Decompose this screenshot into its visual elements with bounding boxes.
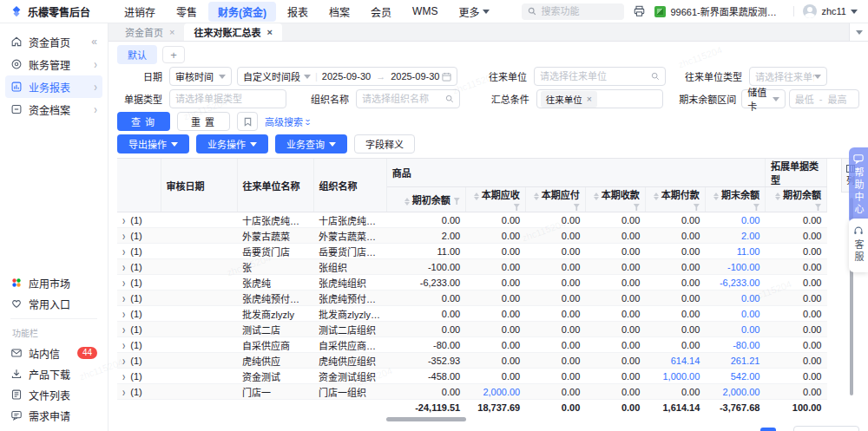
balance-max-field[interactable]: 最高 [827,92,846,106]
expand-row-icon[interactable]: › [122,291,125,304]
toolbar-button-业务查询[interactable]: 业务查询 [275,134,347,153]
query-button[interactable]: 查询 [117,112,170,131]
sidebar-item-应用市场[interactable]: 应用市场 [5,272,102,293]
drilldown-link[interactable]: -6,233.00 [720,278,760,288]
drilldown-link[interactable]: 0.00 [741,309,760,319]
column-header-本期付款[interactable]: 本期付款 [645,187,705,212]
column-header-期初余额[interactable]: 期初余额 [765,187,826,212]
nav-item-WMS[interactable]: WMS [403,3,447,20]
collapse-sidebar-icon[interactable]: « [91,36,97,48]
drilldown-link[interactable]: 0.00 [741,293,760,304]
sidebar-item-资金档案[interactable]: 资金档案› [5,98,102,121]
date-to-value[interactable]: 2025-09-30 [391,71,439,82]
toolbar-button-字段释义[interactable]: 字段释义 [354,134,415,153]
summary-condition-input[interactable]: 往来单位× [536,89,663,108]
sidebar-item-文件列表[interactable]: 文件列表 [5,384,102,405]
close-icon[interactable]: × [169,27,174,37]
printer-icon[interactable] [633,5,646,17]
nav-item-档案[interactable]: 档案 [319,2,359,22]
expand-row-icon[interactable]: › [122,338,125,351]
expand-row-icon[interactable]: › [122,245,125,258]
table-row[interactable]: ›(1)虎纯供应虎纯供应组织-352.930.000.000.00614.142… [117,353,827,369]
sort-icon[interactable] [404,198,410,206]
sidebar-item-常用入口[interactable]: 常用入口 [5,293,102,314]
expand-row-icon[interactable]: › [122,213,125,226]
view-chip-default[interactable]: 默认 [117,45,157,64]
toolbar-button-业务操作[interactable]: 业务操作 [196,134,268,153]
table-row[interactable]: ›(1)门店一门店一组织0.002,000.000.000.000.002,00… [117,384,827,400]
close-icon[interactable]: × [587,94,592,104]
filter-icon[interactable] [815,204,821,211]
filter-icon[interactable] [634,204,640,211]
help-center-tab[interactable]: 帮助中心 [849,147,868,224]
nav-item-进销存[interactable]: 进销存 [115,2,165,22]
drilldown-link[interactable]: 1,000.00 [663,371,700,382]
drilldown-link[interactable]: -100.00 [727,262,760,272]
drilldown-link[interactable]: 11.00 [737,246,760,257]
nav-item-零售[interactable]: 零售 [167,2,207,22]
column-header-组织名称[interactable]: 组织名称 [313,159,386,212]
sidebar-item-账务管理[interactable]: 账务管理› [5,53,102,75]
expand-row-icon[interactable]: › [122,385,125,398]
close-icon[interactable]: × [266,27,272,37]
table-row[interactable]: ›(1)资金测试资金测试组织-458.000.000.000.001,000.0… [117,369,827,384]
balance-min-field[interactable]: 最低 [795,92,814,106]
global-search[interactable] [522,3,624,20]
sort-icon[interactable] [775,193,780,200]
org-input[interactable] [356,89,460,108]
expand-row-icon[interactable]: › [122,323,125,336]
table-row[interactable]: ›(1)外蒙古蔬菜外蒙古蔬菜组织2.000.000.000.000.002.00… [117,228,827,244]
table-row[interactable]: ›(1)十店张虎纯主客户十店张虎纯主客...0.000.000.000.000.… [117,212,827,228]
nav-item-更多[interactable]: 更多 [449,2,499,22]
expand-row-icon[interactable]: › [122,229,125,242]
expand-row-icon[interactable]: › [122,354,125,367]
store-selector[interactable]: 99661-新界面果蔬版测试-管理... [654,4,785,18]
table-row[interactable]: ›(1)批发商zlyzly批发商zlyzly组织0.000.000.000.00… [117,306,827,322]
sort-icon[interactable] [594,193,599,200]
drilldown-link[interactable]: 261.21 [731,356,760,366]
page-number[interactable]: 1 [760,428,776,431]
page-size-select[interactable]: 200 条/页 [793,426,859,431]
doc-type-field[interactable] [175,94,280,104]
doc-type-input[interactable] [169,89,286,108]
sidebar-item-业务报表[interactable]: 业务报表› [5,75,102,98]
nav-item-会员[interactable]: 会员 [361,2,401,22]
reset-button[interactable]: 重置 [177,112,230,131]
drilldown-link[interactable]: 2,000.00 [483,387,520,397]
table-row[interactable]: ›(1)张虎纯张虎纯组织-6,233.000.000.000.000.00-6,… [117,275,827,291]
column-header-本期应收[interactable]: 本期应收 [465,187,525,212]
search-input[interactable] [541,6,610,16]
advanced-search-link[interactable]: 高级搜索 ⌄⌄ [265,114,311,128]
filter-icon[interactable] [694,204,700,211]
sort-icon[interactable] [534,193,539,200]
partner-input[interactable] [534,67,666,86]
drilldown-link[interactable]: 0.00 [741,324,760,335]
page-tab-资金首页[interactable]: 资金首页× [115,23,184,41]
sidebar-item-站内信[interactable]: 站内信44 [5,343,102,363]
drilldown-link[interactable]: 2,000.00 [723,387,760,397]
drilldown-link[interactable]: 614.14 [671,356,700,366]
drilldown-link[interactable]: 542.00 [731,371,760,382]
horizontal-scrollbar[interactable] [117,417,859,421]
column-header-往来单位名称[interactable]: 往来单位名称 [237,159,313,212]
user-menu[interactable]: zhc11 [803,4,858,18]
sort-icon[interactable] [654,193,659,200]
drilldown-link[interactable]: 2.00 [741,231,760,241]
expand-row-icon[interactable]: › [122,307,125,320]
drilldown-link[interactable]: -80.00 [733,340,760,350]
table-row[interactable]: ›(1)自采供应商自采供应商组织-80.000.000.000.000.00-8… [117,337,827,353]
table-row[interactable]: ›(1)岳要货门店岳要货门店组织11.000.000.000.000.0011.… [117,244,827,259]
filter-icon[interactable] [454,198,460,205]
org-field[interactable] [362,94,445,104]
sidebar-item-需求申请[interactable]: 需求申请 [5,405,102,426]
column-header-审核日期[interactable]: 审核日期 [161,159,237,212]
toolbar-button-导出操作[interactable]: 导出操作 [117,134,189,153]
customer-service-tab[interactable]: 客服 [849,219,868,272]
expand-row-icon[interactable]: › [122,260,125,273]
page-tab-往来对账汇总表[interactable]: 往来对账汇总表× [184,23,281,41]
date-range-picker[interactable]: 自定义时间段 | 2025-09-30 → 2025-09-30 [237,67,457,86]
add-view-button[interactable]: + [162,46,185,63]
drilldown-link[interactable]: 0.00 [741,215,760,225]
sidebar-item-资金首页[interactable]: 资金首页« [5,30,102,53]
filter-icon[interactable] [514,204,520,211]
